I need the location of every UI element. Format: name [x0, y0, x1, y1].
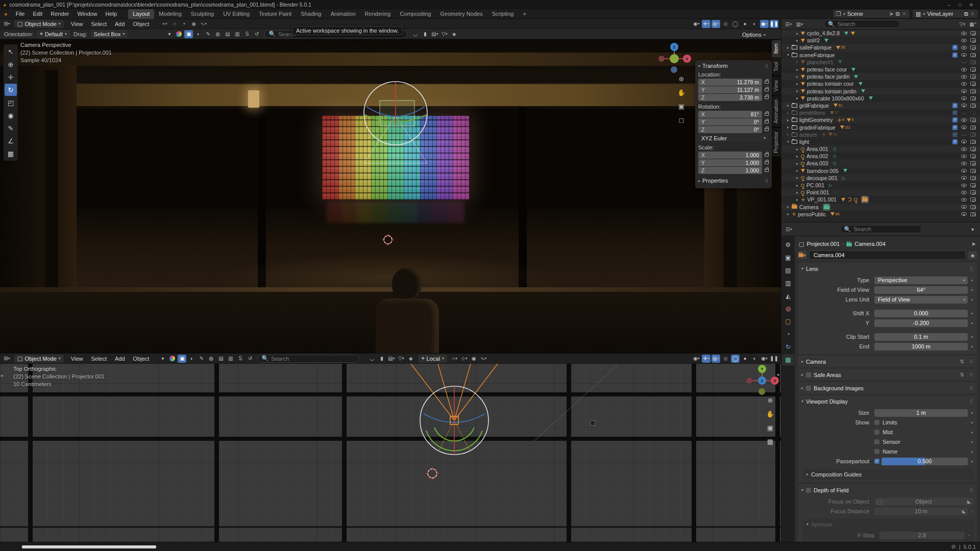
display-mode-icon[interactable]: ▥▾: [795, 20, 804, 28]
axis-z[interactable]: Z: [670, 43, 678, 51]
shading-solid-icon[interactable]: ●: [741, 355, 749, 363]
id-name-field[interactable]: Camera.004: [809, 251, 966, 260]
expand-arrow-icon[interactable]: ▸: [794, 60, 801, 64]
snap-target-dropdown[interactable]: ▾: [180, 20, 188, 28]
breadcrumb-data[interactable]: Camera.004: [854, 241, 886, 247]
disable-render-camera-icon[interactable]: [970, 118, 976, 122]
eyedropper-icon[interactable]: ◣: [967, 499, 971, 504]
property-field-lens-unit[interactable]: Field of View▾: [874, 296, 968, 304]
pause-render-button[interactable]: ❚❚: [770, 20, 778, 28]
transform-pivot-icon[interactable]: ⌖▾: [160, 20, 169, 28]
render-preview[interactable]: Camera Perspective (22) Scene Collection…: [0, 39, 781, 353]
viewport-menu-object[interactable]: Object: [129, 19, 154, 29]
transform-panel-header[interactable]: ▾Transform⣿: [698, 63, 769, 69]
gizmos-toggle[interactable]: ✛▾: [702, 20, 710, 28]
sidebar-tab-animation[interactable]: Animation: [772, 96, 781, 127]
animate-dot[interactable]: [971, 422, 973, 423]
expand-arrow-icon[interactable]: ▸: [785, 111, 792, 115]
ortho-canvas[interactable]: Top Orthographic (22) Scene Collection |…: [0, 364, 781, 542]
expand-arrow-icon[interactable]: ▸: [785, 132, 792, 137]
shading-material-icon[interactable]: ◐: [750, 20, 759, 28]
presets-icon[interactable]: ⇅: [960, 372, 964, 378]
snap-magnet-icon[interactable]: ∩: [170, 20, 179, 28]
material-preview-ball[interactable]: [168, 355, 177, 363]
workspace-tab-sculpting[interactable]: Sculpting: [186, 9, 218, 19]
hide-viewport-eye-icon[interactable]: [961, 212, 967, 216]
outliner-row[interactable]: ▸sol#2: [781, 37, 980, 44]
show-image-toggle[interactable]: ▥: [233, 30, 241, 38]
transform-scale-y-field[interactable]: Y1.000: [698, 159, 762, 166]
property-field-end[interactable]: 1000 m: [874, 343, 968, 350]
overlays-toggle[interactable]: ◎▾: [712, 355, 720, 363]
outliner-row[interactable]: ▸grillFabrique31✓: [781, 102, 980, 109]
minimize-button[interactable]: –: [943, 1, 954, 9]
reset-toggle[interactable]: ↺: [252, 30, 261, 38]
tool-cursor[interactable]: ⊕: [5, 58, 17, 70]
show-annotate-toggle[interactable]: ✎: [197, 355, 206, 363]
hide-viewport-eye-icon[interactable]: [961, 53, 967, 57]
menu-edit[interactable]: Edit: [29, 9, 46, 19]
new-scene-icon[interactable]: ⧉: [896, 11, 900, 17]
navigation-gizmo[interactable]: ZX: [657, 42, 691, 76]
hide-viewport-eye-icon[interactable]: [961, 96, 967, 100]
hide-viewport-eye-icon[interactable]: [961, 140, 967, 143]
panel-header[interactable]: ▸Background Images⣿: [798, 383, 977, 393]
property-field-shift-x[interactable]: 0.000: [874, 310, 968, 317]
panel-grip-icon[interactable]: ⣿: [970, 386, 973, 390]
maximize-button[interactable]: □: [954, 1, 966, 9]
outliner-row[interactable]: ▸poteau lointain jardin: [781, 88, 980, 95]
animate-dot[interactable]: [971, 289, 973, 291]
mode-options-caret[interactable]: ▾: [165, 30, 174, 38]
panel-header[interactable]: ▾Lens⣿: [798, 264, 977, 273]
hide-viewport-eye-icon[interactable]: [961, 104, 967, 107]
shading-rendered-icon[interactable]: ◉▾: [760, 20, 769, 28]
shading-solid-icon[interactable]: ●: [741, 20, 749, 28]
axis-x[interactable]: X: [683, 55, 691, 63]
outliner-row[interactable]: ▸✛persoPublic66: [781, 211, 980, 218]
animate-dot[interactable]: [971, 322, 973, 324]
outliner-row[interactable]: ▸pendrillons27✓: [781, 109, 980, 116]
disable-render-camera-icon[interactable]: [970, 205, 976, 209]
camera-view-icon[interactable]: ▣: [676, 101, 687, 112]
bookmark-icon[interactable]: ▮: [421, 30, 429, 38]
tab-object[interactable]: ▢: [782, 316, 794, 327]
transform-location-z-field[interactable]: Z3.738 m: [698, 94, 762, 101]
outliner-search-input[interactable]: 🔍Search: [824, 20, 900, 28]
animate-dot[interactable]: [971, 280, 973, 281]
toolbar-expand-arrow[interactable]: ▸: [1, 373, 4, 378]
outliner-row[interactable]: ▸decoupe.001▷: [781, 174, 980, 182]
shading-rendered-icon[interactable]: ◉▾: [760, 355, 769, 363]
hide-eye-icon[interactable]: ◡: [411, 30, 420, 38]
expand-arrow-icon[interactable]: ▸: [794, 190, 801, 195]
viewport-menu-add[interactable]: Add: [111, 354, 129, 363]
show-mesh-toggle[interactable]: ▣: [184, 30, 193, 38]
mode-options-caret[interactable]: ▾: [158, 355, 167, 363]
panel-grip-icon[interactable]: ⣿: [970, 359, 973, 364]
outliner-row[interactable]: ▸poteau face cour: [781, 66, 980, 73]
close-button[interactable]: ✕: [966, 1, 977, 9]
hide-viewport-eye-icon[interactable]: [961, 198, 967, 202]
exclude-checkbox[interactable]: ✓: [952, 132, 958, 137]
hide-viewport-eye-icon[interactable]: [961, 133, 967, 136]
outliner-row[interactable]: ▸cyclo_4.8x2.8: [781, 30, 980, 37]
disable-render-camera-icon[interactable]: [970, 111, 976, 115]
property-field-type[interactable]: Perspective▾: [874, 277, 968, 284]
show-brush-toggle[interactable]: ▤: [216, 355, 225, 363]
workspace-tab-rendering[interactable]: Rendering: [360, 9, 396, 19]
animate-dot[interactable]: [971, 412, 973, 414]
expand-arrow-icon[interactable]: ▸: [785, 212, 792, 216]
sidebar-tab-view[interactable]: View: [772, 77, 781, 95]
panel-grip-icon[interactable]: ⣿: [970, 372, 973, 377]
snap-increment-icon[interactable]: ⊹▾: [460, 355, 469, 363]
clipboard-dropdown[interactable]: ▤▾: [430, 30, 439, 38]
disable-render-camera-icon[interactable]: [970, 169, 976, 173]
tab-constraints[interactable]: ◔: [782, 329, 794, 340]
shield-overlay-icon[interactable]: ◈: [450, 30, 458, 38]
zoom-icon[interactable]: ⊕: [676, 73, 687, 84]
outliner-row[interactable]: ▸lightGeometry✛44✓: [781, 116, 980, 123]
breadcrumb-object[interactable]: Projector.001: [806, 241, 840, 247]
disable-render-camera-icon[interactable]: [970, 31, 976, 35]
tool-transform[interactable]: ◉: [5, 109, 17, 121]
sidebar-tab-tool[interactable]: Tool: [772, 58, 781, 75]
expand-arrow-icon[interactable]: ▸: [794, 183, 801, 188]
